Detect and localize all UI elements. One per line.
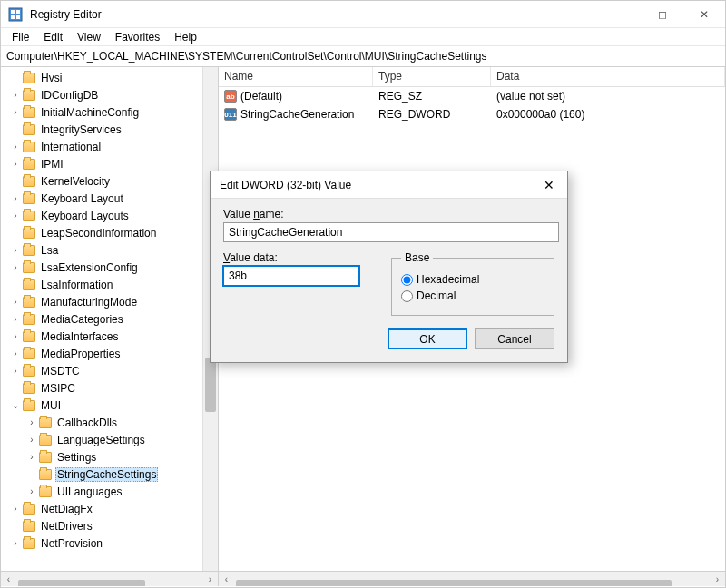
tree-item[interactable]: ›MediaInterfaces — [1, 328, 218, 345]
expand-icon[interactable]: › — [10, 245, 21, 255]
expand-icon[interactable]: › — [26, 486, 37, 496]
expand-icon[interactable]: › — [10, 107, 21, 117]
value-data: 0x000000a0 (160) — [491, 108, 725, 121]
tree-item[interactable]: Hvsi — [1, 69, 218, 86]
tree-item-label: MUI — [39, 399, 63, 412]
dialog-close-button[interactable]: ✕ — [540, 178, 558, 192]
expand-icon[interactable]: › — [10, 90, 21, 100]
expand-icon[interactable]: › — [10, 159, 21, 169]
folder-icon — [23, 245, 35, 256]
tree-item[interactable]: KernelVelocity — [1, 172, 218, 190]
menu-view[interactable]: View — [70, 29, 108, 45]
expand-icon[interactable]: › — [10, 297, 21, 307]
tree-item-label: LsaInformation — [39, 279, 114, 291]
value-data-input[interactable] — [223, 266, 359, 286]
collapse-icon[interactable]: ⌄ — [10, 400, 21, 410]
folder-icon — [23, 383, 35, 394]
menu-help[interactable]: Help — [167, 29, 204, 45]
tree-item[interactable]: ›LsaExtensionConfig — [1, 259, 218, 276]
expand-icon[interactable]: › — [10, 142, 21, 152]
expand-icon[interactable]: › — [10, 538, 21, 548]
tree-item[interactable]: ›Keyboard Layout — [1, 190, 218, 207]
expand-icon[interactable]: › — [10, 331, 21, 341]
minimize-button[interactable]: — — [600, 1, 642, 28]
scrollbar-thumb[interactable] — [236, 580, 672, 586]
expand-icon[interactable]: › — [10, 348, 21, 358]
scrollbar-thumb[interactable] — [18, 580, 145, 586]
scroll-right-icon[interactable]: › — [710, 572, 725, 587]
value-data-label: Value data: — [223, 251, 391, 264]
tree-item[interactable]: NetDrivers — [1, 517, 218, 534]
tree-item[interactable]: ›Keyboard Layouts — [1, 207, 218, 224]
ok-button[interactable]: OK — [388, 328, 467, 349]
expand-icon[interactable]: › — [10, 504, 21, 514]
tree-item[interactable]: LeapSecondInformation — [1, 224, 218, 241]
tree-horizontal-scrollbar[interactable]: ‹ › — [1, 571, 218, 586]
scrollbar-thumb[interactable] — [205, 358, 216, 412]
hexadecimal-label[interactable]: Hexadecimal — [417, 273, 479, 286]
hexadecimal-radio[interactable] — [401, 274, 413, 286]
folder-icon — [23, 348, 35, 359]
tree-item[interactable]: ›IPMI — [1, 155, 218, 172]
folder-icon — [23, 504, 35, 514]
tree-item[interactable]: IntegrityServices — [1, 121, 218, 138]
cancel-button[interactable]: Cancel — [475, 328, 554, 349]
tree-item-label: MediaInterfaces — [39, 330, 120, 343]
tree-item[interactable]: MSIPC — [1, 379, 218, 397]
column-type[interactable]: Type — [373, 67, 491, 86]
expand-icon[interactable]: › — [10, 193, 21, 203]
scroll-left-icon[interactable]: ‹ — [1, 572, 16, 587]
tree-item-label: Keyboard Layouts — [39, 210, 131, 222]
expand-icon[interactable]: › — [10, 314, 21, 324]
app-title: Registry Editor — [30, 8, 600, 21]
tree-item[interactable]: ›IDConfigDB — [1, 86, 218, 103]
tree-item[interactable]: ›Settings — [1, 448, 218, 466]
tree-item[interactable]: ›MSDTC — [1, 362, 218, 379]
tree-item[interactable]: ›LanguageSettings — [1, 431, 218, 448]
tree-item[interactable]: ›International — [1, 138, 218, 155]
tree-item[interactable]: ›NetDiagFx — [1, 500, 218, 517]
list-row[interactable]: 011StringCacheGenerationREG_DWORD0x00000… — [219, 105, 725, 123]
expand-icon[interactable]: › — [26, 417, 37, 427]
column-data[interactable]: Data — [491, 67, 725, 86]
expand-icon[interactable]: › — [10, 211, 21, 220]
expand-icon[interactable]: › — [26, 435, 37, 445]
tree-item-label: NetDrivers — [39, 520, 94, 533]
scroll-right-icon[interactable]: › — [202, 572, 218, 587]
address-bar[interactable]: Computer\HKEY_LOCAL_MACHINE\SYSTEM\Curre… — [1, 46, 725, 67]
column-name[interactable]: Name — [219, 67, 373, 86]
tree-item-label: InitialMachineConfig — [39, 106, 141, 119]
decimal-label[interactable]: Decimal — [417, 289, 456, 302]
tree-item[interactable]: ›InitialMachineConfig — [1, 103, 218, 121]
list-horizontal-scrollbar[interactable]: ‹ › — [219, 571, 725, 586]
list-row[interactable]: ab(Default)REG_SZ(value not set) — [219, 87, 725, 105]
tree-item[interactable]: StringCacheSettings — [1, 466, 218, 483]
tree-item-label: Lsa — [39, 244, 60, 257]
value-name-input[interactable] — [223, 222, 559, 242]
close-button[interactable]: ✕ — [683, 1, 725, 28]
tree-item-label: IntegrityServices — [39, 123, 123, 136]
tree-item[interactable]: ›MediaCategories — [1, 310, 218, 328]
tree-pane[interactable]: Hvsi›IDConfigDB›InitialMachineConfigInte… — [1, 67, 219, 586]
tree-item[interactable]: ⌄MUI — [1, 397, 218, 414]
tree-item[interactable]: ›UILanguages — [1, 483, 218, 500]
scroll-left-icon[interactable]: ‹ — [219, 572, 234, 587]
tree-item[interactable]: ›ManufacturingMode — [1, 293, 218, 310]
expand-icon[interactable]: › — [10, 366, 21, 376]
decimal-radio[interactable] — [401, 290, 413, 302]
tree-item[interactable]: ›NetProvision — [1, 534, 218, 552]
expand-icon[interactable]: › — [10, 262, 21, 272]
tree-item[interactable]: LsaInformation — [1, 276, 218, 293]
menu-favorites[interactable]: Favorites — [108, 29, 167, 45]
tree-item[interactable]: ›CallbackDlls — [1, 414, 218, 431]
dialog-title: Edit DWORD (32-bit) Value — [220, 179, 540, 191]
expand-icon[interactable]: › — [26, 452, 37, 462]
tree-item[interactable]: ›Lsa — [1, 241, 218, 259]
folder-icon — [23, 228, 35, 239]
dialog-titlebar[interactable]: Edit DWORD (32-bit) Value ✕ — [211, 172, 567, 199]
menu-edit[interactable]: Edit — [36, 29, 70, 45]
tree-item[interactable]: ›MediaProperties — [1, 345, 218, 362]
menu-file[interactable]: File — [5, 29, 36, 45]
list-header: Name Type Data — [219, 67, 725, 87]
maximize-button[interactable]: ◻ — [642, 1, 683, 28]
